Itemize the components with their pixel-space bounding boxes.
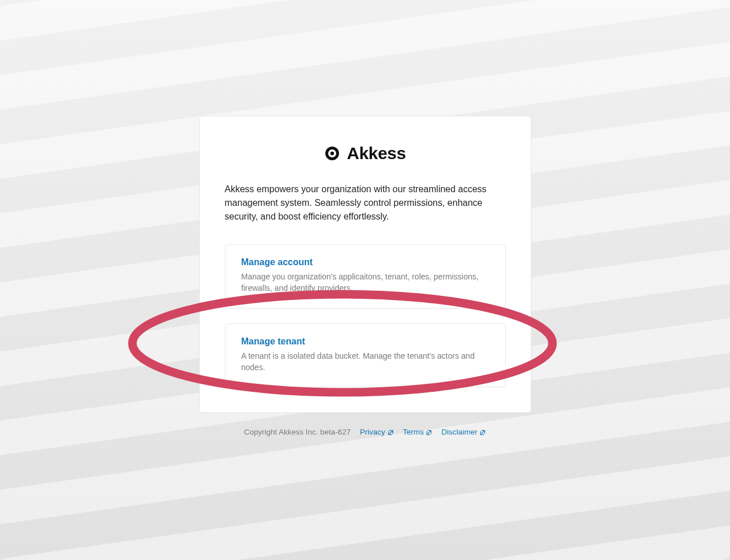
external-link-icon xyxy=(479,429,486,435)
link-label: Disclaimer xyxy=(441,428,477,436)
brand-header: Akkess xyxy=(225,144,506,163)
brand-name: Akkess xyxy=(347,144,406,163)
manage-account-card[interactable]: Manage account Manage you organization's… xyxy=(225,244,506,309)
option-title: Manage account xyxy=(241,257,489,267)
manage-tenant-card[interactable]: Manage tenant A tenant is a isolated dat… xyxy=(225,323,506,388)
option-description: Manage you organization's applicaitons, … xyxy=(241,271,489,294)
option-title: Manage tenant xyxy=(241,336,489,347)
link-label: Terms xyxy=(403,428,424,436)
link-label: Privacy xyxy=(360,428,385,436)
terms-link[interactable]: Terms xyxy=(403,428,433,436)
footer: Copyright Akkess Inc. beta-627 Privacy T… xyxy=(244,428,486,436)
disclaimer-link[interactable]: Disclaimer xyxy=(441,428,486,436)
privacy-link[interactable]: Privacy xyxy=(360,428,393,436)
footer-copyright: Copyright Akkess Inc. beta-627 xyxy=(244,428,351,436)
external-link-icon xyxy=(426,429,432,435)
svg-point-2 xyxy=(330,152,334,155)
main-card: Akkess Akkess empowers your organization… xyxy=(199,116,531,413)
option-description: A tenant is a isolated data bucket. Mana… xyxy=(241,350,489,374)
target-icon xyxy=(324,145,340,161)
intro-text: Akkess empowers your organization with o… xyxy=(225,182,506,224)
external-link-icon xyxy=(388,429,394,435)
page-content: Akkess Akkess empowers your organization… xyxy=(0,0,730,436)
